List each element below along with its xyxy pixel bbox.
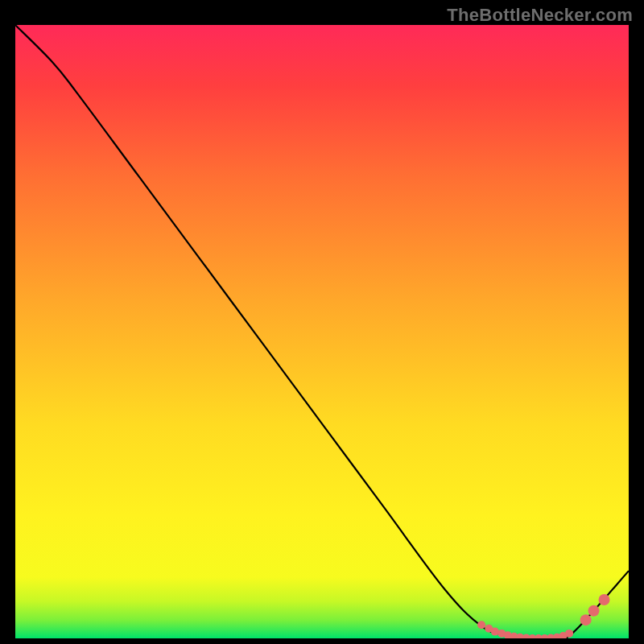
chart-frame: TheBottleNecker.com [0,0,644,644]
marker-dot [599,594,610,605]
marker-dot [491,628,499,636]
marker-dot [580,614,592,625]
marker-dot [588,605,600,617]
marker-dot [565,630,573,638]
chart-plot [15,25,629,638]
gradient-background [15,25,629,638]
marker-dot [477,621,485,629]
watermark-text: TheBottleNecker.com [447,5,633,26]
